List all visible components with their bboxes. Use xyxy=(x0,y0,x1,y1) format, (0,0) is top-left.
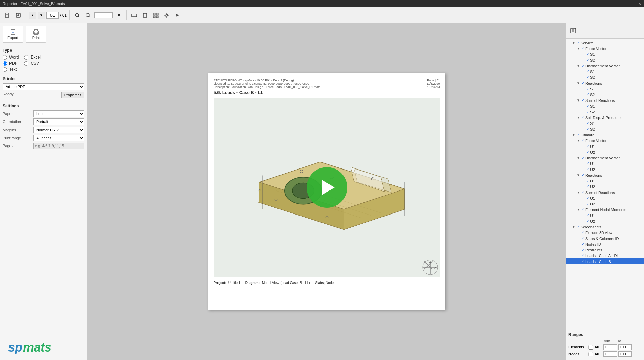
tree-soil-s2[interactable]: ✓ S2 xyxy=(566,126,644,132)
export-button[interactable]: Export xyxy=(3,26,23,43)
zoom-out-btn[interactable] xyxy=(83,10,93,20)
tree-panel[interactable]: ▼ ✓ Service ▼ ✓ Force Vector ✓ S1 ✓ S2 xyxy=(566,39,644,330)
thumbnail-btn[interactable] xyxy=(151,10,161,20)
tree-slabs-cols-id[interactable]: ✓ Slabs & Columns ID xyxy=(566,235,644,241)
cursor-btn[interactable] xyxy=(173,10,182,20)
tree-ult-dv-u2[interactable]: ✓ U2 xyxy=(566,166,644,172)
tree-soil-s1[interactable]: ✓ S1 xyxy=(566,120,644,126)
elements-all-text: All xyxy=(595,345,602,349)
text-radio[interactable] xyxy=(3,67,7,72)
tree-ult-sum-reactions[interactable]: ▼ ✓ Sum of Reactions xyxy=(566,189,644,195)
footer-diagram-value: Model View (Load Case: B - LL) xyxy=(262,281,310,285)
tree-restraints[interactable]: ✓ Restraints xyxy=(566,247,644,253)
tree-ultimate[interactable]: ▼ ✓ Ultimate xyxy=(566,132,644,138)
tree-nodes-id[interactable]: ✓ Nodes ID xyxy=(566,241,644,247)
logo-mats: mats xyxy=(23,340,51,355)
page-next-btn[interactable]: ▼ xyxy=(38,12,45,19)
tree-disp-s1[interactable]: ✓ S1 xyxy=(566,69,644,74)
tree-service[interactable]: ▼ ✓ Service xyxy=(566,40,644,46)
zoom-input[interactable]: 94.98% xyxy=(94,12,113,18)
tree-loads-case-b-ll[interactable]: ✓ Loads - Case B - LL xyxy=(566,258,644,264)
print-button[interactable]: Print xyxy=(26,26,46,43)
radio-excel[interactable]: Excel xyxy=(24,55,40,60)
ult-dv-u2-label: U2 xyxy=(590,167,643,172)
nodes-all-checkbox[interactable] xyxy=(588,352,593,356)
tree-ult-u2[interactable]: ✓ U2 xyxy=(566,149,644,155)
tree-screenshots[interactable]: ▼ ✓ Screenshots xyxy=(566,224,644,230)
elements-to-input[interactable]: 100 xyxy=(618,344,632,350)
zoom-dropdown-btn[interactable]: ▼ xyxy=(114,10,124,20)
restore-btn[interactable]: □ xyxy=(632,2,634,6)
printer-select-row: Adobe PDF xyxy=(3,83,84,90)
orientation-row: Orientation Portrait xyxy=(3,118,84,125)
tree-react-s1[interactable]: ✓ S1 xyxy=(566,86,644,92)
tree-ult-react-u1[interactable]: ✓ U1 xyxy=(566,178,644,184)
tree-react-s2[interactable]: ✓ S2 xyxy=(566,92,644,97)
pdf-radio[interactable] xyxy=(3,61,7,66)
paper-select[interactable]: Letter xyxy=(33,110,84,117)
ult-sum-u1-label: U1 xyxy=(590,196,643,200)
tree-sum-s2[interactable]: ✓ S2 xyxy=(566,109,644,115)
fit-page-btn[interactable] xyxy=(140,10,150,20)
radio-text[interactable]: Text xyxy=(3,67,19,72)
properties-button[interactable]: Properties xyxy=(61,92,84,98)
nodes-from-input[interactable]: 1 xyxy=(603,351,617,357)
tree-enm[interactable]: ▼ ✓ Element Nodal Moments xyxy=(566,207,644,212)
tree-disp-s2[interactable]: ✓ S2 xyxy=(566,74,644,80)
separator-2 xyxy=(69,10,70,20)
s1-check: ✓ xyxy=(585,52,590,57)
fit-width-btn[interactable] xyxy=(129,10,139,20)
loads-case-a-dl-label: Loads - Case A - DL xyxy=(585,254,643,258)
tree-force-vector[interactable]: ▼ ✓ Force Vector xyxy=(566,46,644,51)
elements-from-input[interactable]: 1 xyxy=(603,344,617,350)
orientation-select[interactable]: Portrait xyxy=(33,118,84,125)
right-btn-1[interactable] xyxy=(568,26,578,36)
tree-ult-sum-u1[interactable]: ✓ U1 xyxy=(566,195,644,201)
minimize-btn[interactable]: ─ xyxy=(625,2,628,6)
nodes-to-input[interactable]: 100 xyxy=(618,351,632,357)
close-btn[interactable]: ✕ xyxy=(638,2,641,6)
tree-enm-u2[interactable]: ✓ U2 xyxy=(566,218,644,224)
radio-pdf[interactable]: PDF xyxy=(3,61,19,66)
print-range-row: Print range All pages xyxy=(3,135,84,141)
margins-select[interactable]: Normal: 0.75" xyxy=(33,127,84,133)
tree-loads-case-a-dl[interactable]: ✓ Loads - Case A - DL xyxy=(566,253,644,258)
tree-disp-vector[interactable]: ▼ ✓ Displacement Vector xyxy=(566,63,644,69)
elements-all-checkbox[interactable] xyxy=(588,345,593,350)
tree-ult-reactions[interactable]: ▼ ✓ Reactions xyxy=(566,172,644,178)
tree-soil-disp[interactable]: ▼ ✓ Soil Disp. & Pressure xyxy=(566,115,644,120)
tree-s2-fv[interactable]: ✓ S2 xyxy=(566,57,644,63)
tree-s1-fv[interactable]: ✓ S1 xyxy=(566,51,644,57)
printer-select[interactable]: Adobe PDF xyxy=(3,83,84,90)
radio-csv[interactable]: CSV xyxy=(24,61,40,66)
tree-ult-dv[interactable]: ▼ ✓ Displacement Vector xyxy=(566,155,644,161)
tree-reactions[interactable]: ▼ ✓ Reactions xyxy=(566,80,644,86)
radio-word[interactable]: Word xyxy=(3,55,19,60)
tree-extrude-3d[interactable]: ✓ Extrude 3D view xyxy=(566,230,644,235)
toolbar-btn-1[interactable] xyxy=(3,10,12,20)
toolbar-btn-2[interactable] xyxy=(14,10,23,20)
tree-enm-u1[interactable]: ✓ U1 xyxy=(566,212,644,218)
settings-btn[interactable] xyxy=(162,10,171,20)
tree-ult-react-u2[interactable]: ✓ U2 xyxy=(566,184,644,189)
csv-radio[interactable] xyxy=(24,61,28,66)
word-radio[interactable] xyxy=(3,55,7,60)
logo-sp: sp xyxy=(8,340,22,355)
ult-u1-label: U1 xyxy=(590,144,643,149)
play-button[interactable] xyxy=(307,167,347,208)
pages-input[interactable] xyxy=(33,143,84,149)
time-label: 10:23 AM xyxy=(426,85,440,89)
right-panel: ▼ ✓ Service ▼ ✓ Force Vector ✓ S1 ✓ S2 xyxy=(566,23,644,360)
tree-ult-u1[interactable]: ✓ U1 xyxy=(566,143,644,149)
page-prev-btn[interactable]: ▲ xyxy=(29,12,36,19)
excel-radio[interactable] xyxy=(24,55,28,60)
zoom-in-btn[interactable] xyxy=(72,10,82,20)
tree-ult-fv[interactable]: ▼ ✓ Force Vector xyxy=(566,138,644,143)
export-print-row: Export Print xyxy=(3,26,84,43)
tree-ult-dv-u1[interactable]: ✓ U1 xyxy=(566,161,644,166)
tree-sum-s1[interactable]: ✓ S1 xyxy=(566,103,644,109)
tree-sum-reactions[interactable]: ▼ ✓ Sum of Reactions xyxy=(566,97,644,103)
tree-ult-sum-u2[interactable]: ✓ U2 xyxy=(566,201,644,207)
page-number-input[interactable]: 61 xyxy=(46,12,59,19)
print-range-select[interactable]: All pages xyxy=(33,135,84,141)
